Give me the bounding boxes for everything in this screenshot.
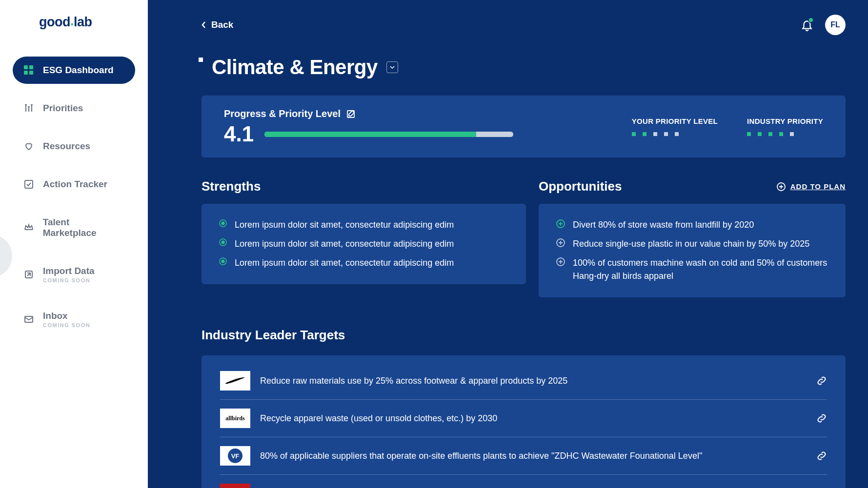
svg-rect-3 (29, 71, 33, 75)
strengths-card: Lorem ipsum dolor sit amet, consectetur … (202, 204, 526, 284)
svg-point-9 (222, 222, 225, 225)
nav-label: ESG Dashboard (43, 65, 114, 76)
plus-circle-icon[interactable] (556, 238, 565, 247)
brand-logo-allbirds: allbirds (220, 409, 250, 428)
priorities-icon (23, 103, 34, 114)
brand-logo-levis: Levi's (220, 484, 250, 488)
industry-priority-label: INDUSTRY PRIORITY (747, 117, 823, 125)
svg-rect-0 (24, 65, 28, 69)
opportunity-text: Reduce single-use plastic in our value c… (573, 237, 828, 251)
back-button[interactable]: Back (202, 20, 233, 30)
your-priority-dots (632, 132, 718, 136)
plus-circle-icon (777, 182, 786, 191)
strength-text: Lorem ipsum dolor sit amet, consectetur … (235, 237, 508, 251)
title-dropdown[interactable] (386, 61, 398, 73)
industry-priority-dots (747, 132, 823, 136)
logo-text-1: good (39, 15, 70, 29)
nav-resources[interactable]: Resources (13, 133, 135, 160)
nav-talent-marketplace[interactable]: Talent Marketplace (13, 209, 135, 247)
notifications-button[interactable] (801, 19, 813, 31)
main-content: Back FL Climate & Energy Progress & Prio… (148, 0, 868, 488)
nav-label: Resources (43, 141, 90, 152)
edit-icon[interactable] (346, 110, 355, 118)
mail-icon (23, 314, 34, 325)
svg-point-13 (222, 260, 225, 263)
svg-text:VF: VF (231, 452, 240, 460)
notification-dot (808, 17, 814, 23)
title-row: Climate & Energy (199, 56, 846, 79)
nav-label: Talent Marketplace (43, 217, 124, 238)
strength-item: Lorem ipsum dolor sit amet, consectetur … (219, 218, 508, 232)
progress-card: Progress & Priority Level 4.1 YOUR PRIOR… (202, 96, 846, 157)
coming-soon-badge: COMING SOON (43, 322, 90, 328)
strength-text: Lorem ipsum dolor sit amet, consectetur … (235, 218, 508, 232)
your-priority-block: YOUR PRIORITY LEVEL (632, 117, 718, 136)
nav-label: Priorities (43, 103, 83, 114)
targets-list: Reduce raw materials use by 25% across f… (202, 355, 846, 488)
target-row: VF 80% of applicable suppliers that oper… (220, 437, 827, 475)
chevron-left-icon (202, 21, 206, 29)
logo[interactable]: good.lab (39, 15, 148, 30)
industry-priority-block: INDUSTRY PRIORITY (747, 117, 823, 136)
link-icon[interactable] (816, 450, 827, 461)
opportunity-text: 100% of customers machine wash on cold a… (573, 256, 828, 283)
target-row: Reduce raw materials use by 25% across f… (220, 362, 827, 400)
nav-esg-dashboard[interactable]: ESG Dashboard (13, 57, 135, 84)
strengths-column: Strengths Lorem ipsum dolor sit amet, co… (202, 179, 526, 297)
sidebar: good.lab ESG Dashboard Priorities Resour… (0, 0, 148, 488)
header-row: Back FL (202, 15, 846, 35)
svg-rect-2 (24, 71, 28, 75)
nav-label: Inbox (43, 311, 90, 321)
progress-bar (264, 132, 513, 137)
logo-text-2: lab (74, 15, 92, 29)
target-text: Recycle apparel waste (used or unsold cl… (260, 413, 807, 424)
progress-label: Progress & Priority Level (224, 108, 341, 119)
svg-rect-4 (25, 180, 33, 188)
targets-title: Industry Leader Targets (202, 328, 846, 343)
radio-filled-icon (219, 238, 227, 246)
import-icon (23, 269, 34, 280)
strengths-title: Strengths (202, 179, 261, 194)
back-label: Back (211, 20, 233, 30)
nav: ESG Dashboard Priorities Resources Actio… (0, 57, 148, 336)
opportunities-title: Opportunities (539, 179, 622, 194)
progress-left: Progress & Priority Level 4.1 (224, 108, 603, 145)
plus-circle-icon[interactable] (556, 219, 565, 228)
opportunity-text: Divert 80% of store waste from landfill … (573, 218, 828, 232)
target-row: allbirds Recycle apparel waste (used or … (220, 400, 827, 437)
opportunity-item: Divert 80% of store waste from landfill … (556, 218, 828, 232)
avatar-initials: FL (830, 20, 840, 29)
nav-label: Action Tracker (43, 179, 107, 190)
avatar[interactable]: FL (825, 15, 846, 35)
radio-filled-icon (219, 257, 227, 265)
nav-inbox[interactable]: Inbox COMING SOON (13, 302, 135, 336)
coming-soon-badge: COMING SOON (43, 277, 95, 283)
heart-icon (23, 141, 34, 152)
target-row: Levi's 25% reduction in product-related … (220, 475, 827, 488)
progress-fill (264, 132, 476, 137)
nav-action-tracker[interactable]: Action Tracker (13, 171, 135, 198)
progress-value: 4.1 (224, 123, 254, 145)
your-priority-label: YOUR PRIORITY LEVEL (632, 117, 718, 125)
strength-text: Lorem ipsum dolor sit amet, consectetur … (235, 256, 508, 270)
svg-point-11 (222, 241, 225, 244)
target-text: 80% of applicable suppliers that operate… (260, 451, 807, 461)
target-text: Reduce raw materials use by 25% across f… (260, 376, 807, 386)
nav-priorities[interactable]: Priorities (13, 95, 135, 122)
link-icon[interactable] (816, 413, 827, 424)
chevron-down-icon (390, 66, 395, 69)
brand-logo-vf: VF (220, 446, 250, 466)
add-to-plan-button[interactable]: ADD TO PLAN (777, 182, 846, 191)
logo-dot: . (70, 14, 74, 29)
opportunities-column: Opportunities ADD TO PLAN Divert 80% of … (539, 179, 846, 297)
plus-circle-icon[interactable] (556, 257, 565, 266)
radio-filled-icon (219, 219, 227, 227)
link-icon[interactable] (816, 375, 827, 386)
opportunity-item: Reduce single-use plastic in our value c… (556, 237, 828, 251)
two-col: Strengths Lorem ipsum dolor sit amet, co… (202, 179, 846, 297)
crown-icon (23, 222, 34, 233)
header-icons: FL (801, 15, 846, 35)
nav-import-data[interactable]: Import Data COMING SOON (13, 257, 135, 292)
strength-item: Lorem ipsum dolor sit amet, consectetur … (219, 256, 508, 270)
brand-logo-nike (220, 371, 250, 390)
